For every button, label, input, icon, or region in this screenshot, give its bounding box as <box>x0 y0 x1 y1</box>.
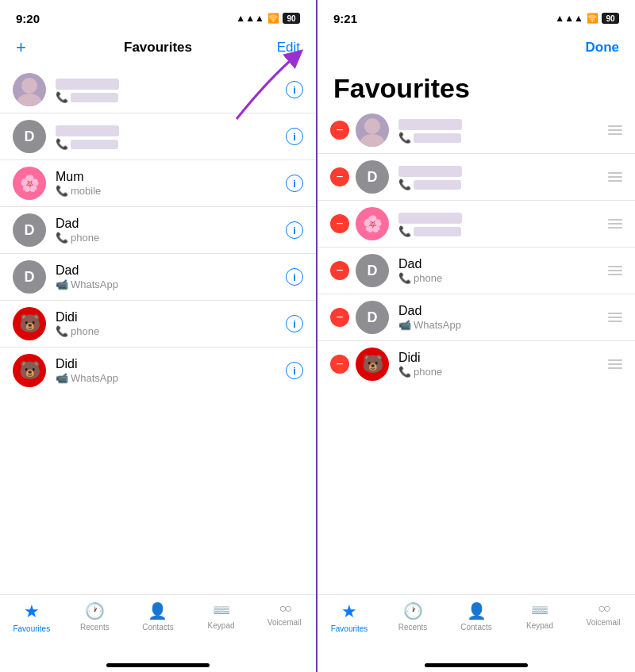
phone-icon: 📞 <box>56 325 68 337</box>
contact-info: Dad 📞 phone <box>398 257 598 284</box>
battery-left: 90 <box>283 13 300 24</box>
list-item[interactable]: 🐻 Didi 📞 phone i <box>0 301 316 348</box>
delete-button[interactable]: − <box>330 167 349 186</box>
bear-icon: 🐻 <box>19 360 40 381</box>
tab-label: Voicemail <box>267 618 302 627</box>
tab-recents-right[interactable]: 🕐 Recents <box>381 601 444 632</box>
info-button[interactable]: i <box>286 362 303 379</box>
contact-info: Dad 📹 WhatsApp <box>56 263 286 290</box>
drag-handle[interactable] <box>608 172 622 182</box>
voicemail-icon: ○○ <box>598 601 608 616</box>
contact-info: 📞 <box>56 123 286 150</box>
add-button[interactable]: + <box>16 37 56 58</box>
phone-icon: 📞 <box>56 232 68 244</box>
recents-icon: 🕐 <box>85 601 105 620</box>
contact-sub: 📞 <box>56 138 286 150</box>
contact-info: Mum 📞 mobile <box>56 170 286 197</box>
tab-label: Voicemail <box>587 618 621 627</box>
tab-favourites-right[interactable]: ★ Favourites <box>318 601 381 633</box>
drag-handle[interactable] <box>608 219 622 228</box>
home-indicator-left <box>106 663 210 667</box>
avatar: 🐻 <box>13 307 46 340</box>
contact-info: Didi 📞 phone <box>398 351 598 378</box>
info-icon: i <box>293 365 296 377</box>
info-button[interactable]: i <box>286 221 303 239</box>
tab-label: Recents <box>398 623 428 632</box>
list-item[interactable]: D Dad 📞 phone i <box>0 207 316 254</box>
contact-info: Dad 📞 phone <box>56 217 286 244</box>
delete-button[interactable]: − <box>330 121 349 140</box>
list-item[interactable]: − 📞 <box>318 107 635 154</box>
status-bar-left: 9:20 ▲▲▲ 🛜 90 <box>0 0 316 32</box>
keypad-icon: ⌨️ <box>531 601 548 619</box>
video-icon: 📹 <box>56 278 68 290</box>
tab-favourites-left[interactable]: ★ Favourites <box>0 601 64 633</box>
info-icon: i <box>293 84 296 96</box>
list-item[interactable]: − D 📞 <box>318 154 635 201</box>
delete-button[interactable]: − <box>330 261 349 280</box>
contact-name <box>398 210 598 225</box>
tab-label: Keypad <box>526 621 553 630</box>
contact-name <box>56 76 286 90</box>
page-title-right: Favourites <box>318 67 635 107</box>
tab-keypad-left[interactable]: ⌨️ Keypad <box>190 601 253 630</box>
contact-name: Dad <box>56 217 286 231</box>
info-button[interactable]: i <box>286 268 303 286</box>
list-item[interactable]: D Dad 📹 WhatsApp i <box>0 254 316 301</box>
list-item[interactable]: − 🌸 📞 <box>318 201 635 248</box>
tab-contacts-left[interactable]: 👤 Contacts <box>126 601 190 632</box>
contact-name: Dad <box>398 304 598 318</box>
info-button[interactable]: i <box>286 81 303 98</box>
contact-name: Didi <box>56 357 286 371</box>
contact-sub: 📞 <box>398 225 598 237</box>
list-item[interactable]: − 🐻 Didi 📞 phone <box>318 341 635 387</box>
drag-handle[interactable] <box>608 266 622 275</box>
tab-keypad-right[interactable]: ⌨️ Keypad <box>508 601 572 630</box>
info-button[interactable]: i <box>286 315 303 332</box>
avatar: D <box>13 213 46 247</box>
list-item[interactable]: 🐻 Didi 📹 WhatsApp i <box>0 348 316 394</box>
tab-recents-left[interactable]: 🕐 Recents <box>64 601 127 632</box>
contact-sub: 📞 <box>398 132 598 144</box>
contact-type: phone <box>71 325 99 337</box>
info-button[interactable]: i <box>286 175 303 192</box>
contact-name: Dad <box>56 263 286 278</box>
delete-button[interactable]: − <box>330 355 349 374</box>
voicemail-icon: ○○ <box>279 601 290 616</box>
done-button[interactable]: Done <box>579 40 619 56</box>
star-icon: ★ <box>341 601 357 622</box>
tab-voicemail-right[interactable]: ○○ Voicemail <box>572 601 635 627</box>
contact-type: WhatsApp <box>71 372 118 384</box>
avatar: 🐻 <box>13 354 46 387</box>
phone-icon: 📞 <box>398 225 411 237</box>
nav-bar-left: + Favourites Edit <box>0 32 316 67</box>
drag-handle[interactable] <box>608 359 622 369</box>
list-item[interactable]: − D Dad 📞 phone <box>318 248 635 294</box>
delete-button[interactable]: − <box>330 308 349 327</box>
list-item[interactable]: 🌸 Mum 📞 mobile i <box>0 160 316 207</box>
contact-sub: 📞 <box>56 91 286 103</box>
edit-button[interactable]: Edit <box>260 40 300 56</box>
phone-icon: 📞 <box>398 179 411 190</box>
contact-name: Didi <box>56 310 286 324</box>
info-button[interactable]: i <box>286 128 303 145</box>
list-item[interactable]: 📞 i <box>0 67 316 113</box>
list-item[interactable]: D 📞 i <box>0 113 316 160</box>
contact-name: Dad <box>398 257 598 271</box>
tab-voicemail-left[interactable]: ○○ Voicemail <box>252 601 316 627</box>
bear-icon: 🐻 <box>362 354 383 374</box>
contact-info: 📞 <box>398 210 598 237</box>
tab-label: Contacts <box>142 623 173 632</box>
contact-sub: 📹 WhatsApp <box>56 278 286 290</box>
contact-name: Mum <box>56 170 286 184</box>
tab-contacts-right[interactable]: 👤 Contacts <box>444 601 508 632</box>
drag-handle[interactable] <box>608 125 622 135</box>
delete-button[interactable]: − <box>330 214 349 233</box>
contact-sub: 📹 WhatsApp <box>398 319 598 331</box>
contact-name <box>398 117 598 131</box>
contact-list-left: 📞 i D 📞 i 🌸 <box>0 67 316 594</box>
list-item[interactable]: − D Dad 📹 WhatsApp <box>318 294 635 341</box>
contact-info: Didi 📹 WhatsApp <box>56 357 286 384</box>
info-icon: i <box>293 271 296 283</box>
drag-handle[interactable] <box>608 313 622 322</box>
